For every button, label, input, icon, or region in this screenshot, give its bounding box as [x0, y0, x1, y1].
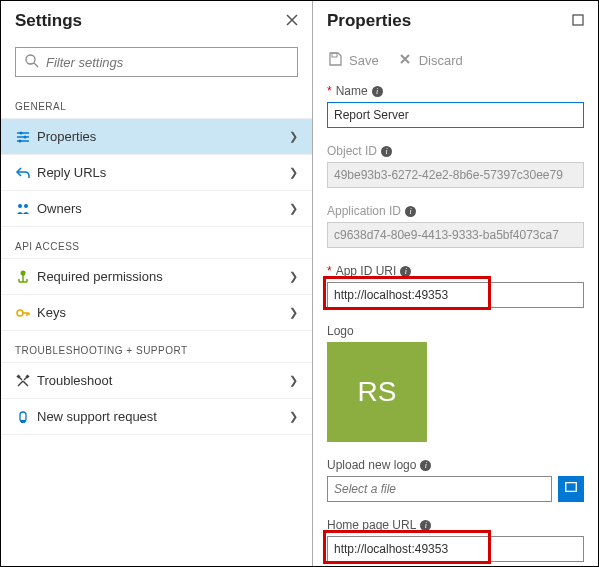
- required-indicator: *: [327, 264, 332, 278]
- info-icon[interactable]: i: [420, 460, 431, 471]
- object-id-input: [327, 162, 584, 188]
- info-icon[interactable]: i: [400, 266, 411, 277]
- field-name: * Name i: [327, 84, 584, 128]
- filter-settings-input[interactable]: [15, 47, 298, 77]
- nav-troubleshoot[interactable]: Troubleshoot ❯: [1, 362, 312, 398]
- svg-rect-23: [573, 15, 583, 25]
- info-icon[interactable]: i: [405, 206, 416, 217]
- discard-label: Discard: [419, 53, 463, 68]
- chevron-right-icon: ❯: [289, 374, 298, 387]
- folder-icon: [564, 480, 578, 498]
- nav-owners[interactable]: Owners ❯: [1, 190, 312, 226]
- logo-preview: RS: [327, 342, 427, 442]
- nav-owners-label: Owners: [37, 201, 289, 216]
- info-icon[interactable]: i: [372, 86, 383, 97]
- action-bar: Save Discard: [313, 43, 598, 84]
- maximize-icon[interactable]: [570, 12, 586, 31]
- chevron-right-icon: ❯: [289, 306, 298, 319]
- nav-reply-urls-label: Reply URLs: [37, 165, 289, 180]
- properties-title: Properties: [327, 11, 411, 31]
- field-upload-logo: Upload new logo i: [327, 458, 584, 502]
- upload-logo-label: Upload new logo: [327, 458, 416, 472]
- search-icon: [24, 53, 40, 72]
- object-id-label: Object ID: [327, 144, 377, 158]
- browse-button[interactable]: [558, 476, 584, 502]
- troubleshoot-icon: [15, 373, 37, 389]
- settings-header: Settings: [1, 1, 312, 43]
- chevron-right-icon: ❯: [289, 130, 298, 143]
- chevron-right-icon: ❯: [289, 270, 298, 283]
- field-application-id: Application ID i: [327, 204, 584, 248]
- owners-icon: [15, 201, 37, 217]
- logo-initials: RS: [358, 376, 397, 408]
- section-support-label: TROUBLESHOOTING + SUPPORT: [1, 331, 312, 362]
- section-general-label: GENERAL: [1, 87, 312, 118]
- required-indicator: *: [327, 84, 332, 98]
- discard-button[interactable]: Discard: [397, 51, 463, 70]
- field-logo: Logo RS: [327, 324, 584, 442]
- permissions-icon: [15, 269, 37, 285]
- svg-point-5: [24, 135, 27, 138]
- home-page-input[interactable]: [327, 536, 584, 562]
- info-icon[interactable]: i: [381, 146, 392, 157]
- logo-label: Logo: [327, 324, 354, 338]
- field-app-id-uri: * App ID URI i: [327, 264, 584, 308]
- svg-point-7: [19, 139, 22, 142]
- support-icon: [15, 409, 37, 425]
- close-icon[interactable]: [284, 12, 300, 31]
- svg-line-1: [34, 63, 38, 67]
- discard-icon: [397, 51, 413, 70]
- nav-properties[interactable]: Properties ❯: [1, 118, 312, 154]
- svg-point-10: [21, 270, 26, 275]
- svg-rect-25: [566, 483, 577, 492]
- section-api-label: API ACCESS: [1, 227, 312, 258]
- keys-icon: [15, 305, 37, 321]
- chevron-right-icon: ❯: [289, 166, 298, 179]
- properties-pane: Properties Save Discard: [313, 1, 598, 566]
- name-label: Name: [336, 84, 368, 98]
- field-object-id: Object ID i: [327, 144, 584, 188]
- settings-pane: Settings GENERAL Properties ❯: [1, 1, 313, 566]
- application-id-label: Application ID: [327, 204, 401, 218]
- properties-header: Properties: [313, 1, 598, 43]
- svg-point-0: [26, 55, 35, 64]
- sliders-icon: [15, 129, 37, 145]
- name-input[interactable]: [327, 102, 584, 128]
- save-label: Save: [349, 53, 379, 68]
- svg-point-8: [18, 204, 22, 208]
- nav-keys-label: Keys: [37, 305, 289, 320]
- svg-point-15: [17, 310, 23, 316]
- settings-title: Settings: [15, 11, 82, 31]
- info-icon[interactable]: i: [420, 520, 431, 531]
- application-id-input: [327, 222, 584, 248]
- reply-icon: [15, 165, 37, 181]
- save-icon: [327, 51, 343, 70]
- save-button[interactable]: Save: [327, 51, 379, 70]
- nav-required-permissions-label: Required permissions: [37, 269, 289, 284]
- nav-reply-urls[interactable]: Reply URLs ❯: [1, 154, 312, 190]
- nav-troubleshoot-label: Troubleshoot: [37, 373, 289, 388]
- svg-rect-22: [21, 420, 25, 423]
- nav-new-support-request[interactable]: New support request ❯: [1, 398, 312, 434]
- home-page-label: Home page URL: [327, 518, 416, 532]
- nav-keys[interactable]: Keys ❯: [1, 294, 312, 330]
- chevron-right-icon: ❯: [289, 202, 298, 215]
- field-home-page: Home page URL i: [327, 518, 584, 562]
- chevron-right-icon: ❯: [289, 410, 298, 423]
- app-id-uri-input[interactable]: [327, 282, 584, 308]
- svg-point-9: [24, 204, 28, 208]
- filter-settings-text[interactable]: [46, 55, 289, 70]
- svg-point-3: [20, 131, 23, 134]
- nav-new-support-label: New support request: [37, 409, 289, 424]
- app-id-uri-label: App ID URI: [336, 264, 397, 278]
- upload-logo-input[interactable]: [327, 476, 552, 502]
- nav-required-permissions[interactable]: Required permissions ❯: [1, 258, 312, 294]
- nav-properties-label: Properties: [37, 129, 289, 144]
